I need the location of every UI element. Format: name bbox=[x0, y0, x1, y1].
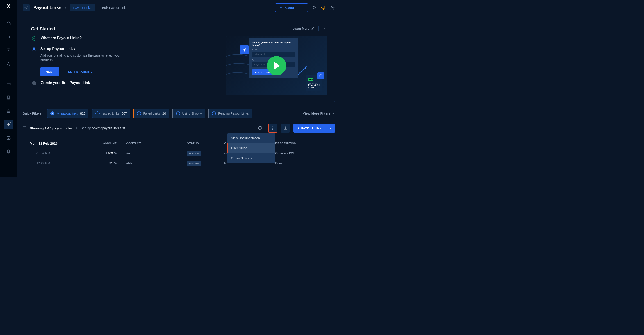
col-desc: DESCRIPTION bbox=[275, 142, 335, 145]
chevron-down-icon bbox=[302, 6, 305, 9]
navigate-icon bbox=[6, 122, 11, 127]
payout-button-main[interactable]: + Payout bbox=[276, 4, 298, 12]
step2-desc: Add your branding and customize the page… bbox=[40, 53, 126, 62]
card-icon bbox=[6, 82, 11, 86]
tab-bulk-payout-links[interactable]: Bulk Payout Links bbox=[99, 4, 131, 11]
mock-name-label: Name bbox=[252, 49, 295, 51]
step-done-indicator bbox=[32, 36, 36, 40]
svg-point-11 bbox=[313, 6, 316, 9]
filters-row: Quick Filters : ✓ All payout links 825 I… bbox=[22, 109, 335, 118]
step2-title: Set up Payout Links bbox=[40, 47, 217, 51]
filter-radio bbox=[137, 112, 141, 116]
new-payout-link-main[interactable]: + PAYOUT LINK bbox=[294, 124, 326, 132]
table-row[interactable]: 01:52 PM ₹100.00 An ISSUED sm Order no 1… bbox=[22, 148, 335, 158]
filter-pending-label: Pending Payout Links bbox=[218, 112, 248, 115]
next-button[interactable]: NEXT bbox=[40, 67, 60, 76]
row-desc: Demo bbox=[275, 162, 335, 165]
clock-badge bbox=[318, 72, 324, 79]
filter-shopify[interactable]: Using Shopify bbox=[172, 109, 205, 118]
nav-divider bbox=[4, 74, 13, 74]
download-icon bbox=[283, 126, 288, 130]
row-time: 01:52 PM bbox=[30, 152, 93, 155]
filter-issued-label: Issued Links bbox=[102, 112, 119, 115]
check-icon bbox=[33, 37, 35, 40]
filter-all[interactable]: ✓ All payout links 825 bbox=[46, 109, 88, 118]
user-icon bbox=[330, 5, 335, 10]
plus-icon: + bbox=[298, 126, 299, 130]
filter-shopify-label: Using Shopify bbox=[182, 112, 202, 115]
table-header: Mon, 13 Feb 2023 AMOUNT CONTACT STATUS C… bbox=[22, 137, 335, 148]
nav-card[interactable] bbox=[4, 80, 13, 88]
payout-button[interactable]: + Payout bbox=[275, 4, 308, 12]
nav-mobile[interactable] bbox=[4, 147, 13, 156]
breadcrumb-slash: / bbox=[65, 5, 66, 10]
filter-failed[interactable]: Failed Links 26 bbox=[133, 109, 169, 118]
row-contact: Abhi bbox=[120, 162, 183, 165]
menu-user-guide[interactable]: User Guide bbox=[228, 143, 275, 153]
filter-issued[interactable]: Issued Links 567 bbox=[92, 109, 130, 118]
table-controls: Showing 1-10 payout links Sort by newest… bbox=[22, 124, 335, 132]
learn-more-link[interactable]: Learn More bbox=[292, 27, 314, 30]
edit-branding-button[interactable]: EDIT BRANDING bbox=[62, 67, 99, 76]
receipt-icon bbox=[6, 95, 11, 100]
expires-label: Expires on bbox=[308, 82, 320, 84]
amount-dec: .00 bbox=[113, 162, 117, 165]
more-options-menu: View Documentation User Guide Expiry Set… bbox=[228, 133, 275, 163]
nav-send[interactable] bbox=[4, 32, 13, 42]
sidebar: X bbox=[0, 0, 17, 177]
svg-point-3 bbox=[8, 62, 10, 64]
filter-failed-label: Failed Links bbox=[143, 112, 160, 115]
nav-stamp[interactable] bbox=[4, 106, 13, 116]
status-badge: ISSUED bbox=[187, 151, 201, 156]
svg-point-13 bbox=[332, 6, 333, 8]
table-row[interactable]: 12:22 PM ₹1.00 Abhi ISSUED Ro Demo bbox=[22, 158, 335, 168]
get-started-title: Get Started bbox=[31, 26, 55, 32]
navigate-icon bbox=[24, 6, 28, 10]
col-contact: CONTACT bbox=[120, 142, 183, 145]
new-payout-link-caret[interactable] bbox=[326, 124, 335, 132]
new-badge: NEW bbox=[308, 78, 314, 81]
view-more-label: View More Filters bbox=[303, 112, 330, 115]
download-button[interactable] bbox=[281, 124, 290, 132]
refresh-button[interactable] bbox=[256, 124, 264, 132]
external-link-icon bbox=[311, 27, 314, 30]
svg-point-19 bbox=[272, 126, 273, 127]
nav-receipt[interactable] bbox=[4, 93, 13, 102]
nav-user[interactable] bbox=[4, 60, 13, 68]
filters-label: Quick Filters : bbox=[22, 112, 44, 115]
svg-point-21 bbox=[272, 129, 273, 130]
row-desc: Order no 123 bbox=[275, 152, 335, 155]
header: Payout Links / Payout Links Bulk Payout … bbox=[17, 0, 340, 15]
document-icon bbox=[6, 48, 11, 53]
filter-pending[interactable]: Pending Payout Links bbox=[208, 109, 252, 118]
steps-list: What are Payout Links? Set up Payout Lin… bbox=[31, 36, 217, 96]
announcements-button[interactable] bbox=[321, 5, 326, 10]
new-payout-link-label: PAYOUT LINK bbox=[301, 126, 322, 130]
tab-payout-links[interactable]: Payout Links bbox=[70, 4, 95, 11]
nav-payout-links[interactable] bbox=[4, 120, 13, 129]
filter-issued-count: 567 bbox=[122, 112, 127, 115]
menu-expiry-settings[interactable]: Expiry Settings bbox=[228, 153, 275, 163]
more-options-button[interactable] bbox=[268, 124, 277, 132]
nav-home[interactable] bbox=[4, 19, 13, 28]
group-checkbox[interactable] bbox=[22, 142, 26, 145]
close-card-button[interactable] bbox=[323, 27, 327, 30]
menu-view-docs[interactable]: View Documentation bbox=[228, 133, 275, 143]
video-preview[interactable]: Who do you want to send the payout link … bbox=[226, 36, 327, 96]
nav-document[interactable] bbox=[4, 46, 13, 55]
play-button[interactable] bbox=[267, 56, 286, 76]
profile-button[interactable] bbox=[330, 5, 335, 10]
payout-button-caret[interactable] bbox=[298, 4, 308, 11]
sort-text[interactable]: Sort by newest payout links first bbox=[80, 126, 125, 130]
select-all-checkbox[interactable] bbox=[22, 126, 26, 130]
row-time: 12:22 PM bbox=[30, 162, 93, 165]
navigate-icon bbox=[242, 48, 246, 52]
nav-inbox[interactable] bbox=[4, 134, 13, 142]
row-status: ISSUED bbox=[187, 162, 221, 165]
new-payout-link-button[interactable]: + PAYOUT LINK bbox=[294, 124, 335, 132]
mobile-icon bbox=[6, 149, 11, 154]
row-contact: An bbox=[120, 152, 183, 155]
search-button[interactable] bbox=[312, 5, 317, 10]
col-amount: AMOUNT bbox=[96, 142, 117, 145]
view-more-filters[interactable]: View More Filters bbox=[303, 112, 335, 115]
